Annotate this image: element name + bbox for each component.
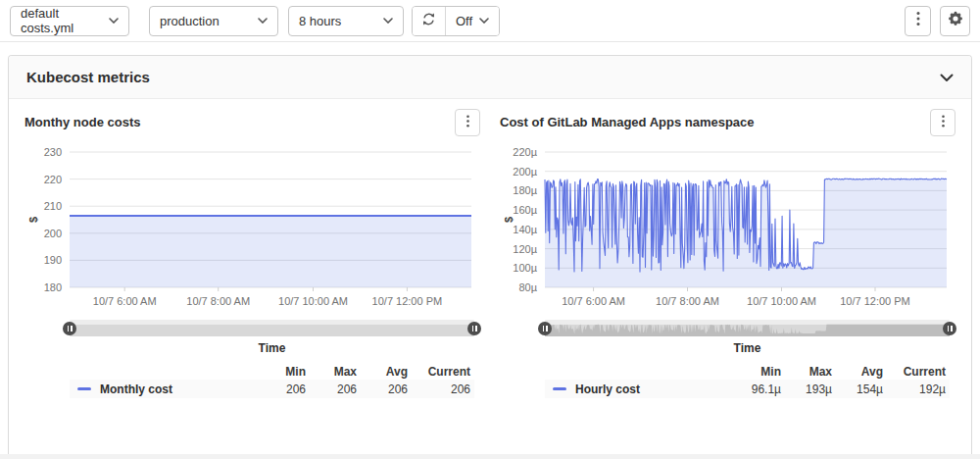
legend-header-row: Min Max Avg Current <box>70 363 474 380</box>
chart-title: Cost of GitLab Managed Apps namespace <box>500 109 755 129</box>
svg-text:100µ: 100µ <box>513 262 537 274</box>
dashboard-file-select[interactable]: default costs.yml <box>10 6 129 36</box>
series-current-value: 206 <box>408 382 470 396</box>
legend-header-current: Current <box>883 365 946 379</box>
refresh-icon <box>421 12 436 30</box>
series-avg-value: 154µ <box>832 382 883 396</box>
brush-sparkline <box>545 320 950 336</box>
legend-header-min: Min <box>730 365 781 379</box>
series-marker <box>77 387 91 390</box>
legend-header-row: Min Max Avg Current <box>545 363 950 380</box>
svg-text:10/7 12:00 PM: 10/7 12:00 PM <box>840 295 910 307</box>
chart-actions-menu-button[interactable] <box>455 109 480 136</box>
dashboard-actions-menu-button[interactable] <box>905 6 931 36</box>
chart-legend: Min Max Avg Current Monthly cost 206 206… <box>70 363 474 398</box>
kebab-menu-icon <box>466 114 469 131</box>
chart-title: Monthy node costs <box>24 109 140 129</box>
panel-header[interactable]: Kubecost metrics <box>9 56 971 99</box>
refresh-button[interactable] <box>413 7 446 35</box>
svg-text:180µ: 180µ <box>513 184 537 196</box>
chart-header: Monthy node costs <box>24 109 480 140</box>
legend-header-current: Current <box>408 365 470 379</box>
metrics-settings-button[interactable] <box>940 6 970 36</box>
svg-text:210: 210 <box>44 200 62 212</box>
chart-actions-menu-button[interactable] <box>930 109 956 136</box>
chart-header: Cost of GitLab Managed Apps namespace <box>500 109 956 140</box>
environment-select-value: production <box>160 14 220 28</box>
gear-icon <box>948 11 963 30</box>
series-min-value: 96.1µ <box>730 382 781 396</box>
time-range-brush[interactable] <box>70 320 474 336</box>
brush-handle-left[interactable] <box>63 322 76 335</box>
svg-text:180: 180 <box>44 281 62 293</box>
series-max-value: 206 <box>306 382 357 396</box>
svg-text:10/7 12:00 PM: 10/7 12:00 PM <box>372 295 443 307</box>
svg-text:$: $ <box>503 217 514 223</box>
time-range-select[interactable]: 8 hours <box>288 6 404 36</box>
chevron-down-icon <box>109 18 119 24</box>
legend-header-max: Max <box>306 365 357 379</box>
brush-handle-right[interactable] <box>467 322 481 335</box>
legend-series-name: Hourly cost <box>553 382 730 396</box>
svg-text:10/7 10:00 AM: 10/7 10:00 AM <box>278 295 348 307</box>
x-axis-title: Time <box>70 341 474 359</box>
kebab-menu-icon <box>916 11 920 30</box>
series-current-value: 192µ <box>883 382 946 396</box>
kubecost-metrics-panel: Kubecost metrics Monthy node costs 18019… <box>8 55 972 454</box>
environment-select[interactable]: production <box>149 6 278 36</box>
auto-refresh-interval-value: Off <box>456 14 472 28</box>
page-bottom-strip <box>0 454 980 459</box>
chart-legend: Min Max Avg Current Hourly cost 96.1µ 19… <box>545 363 950 398</box>
svg-text:80µ: 80µ <box>518 281 537 293</box>
svg-text:220µ: 220µ <box>513 146 537 158</box>
legend-series-name: Monthly cost <box>77 382 255 396</box>
svg-text:230: 230 <box>44 146 62 158</box>
legend-series-row[interactable]: Monthly cost 206 206 206 206 <box>70 380 474 398</box>
svg-text:120µ: 120µ <box>513 243 537 255</box>
brush-handle-left[interactable] <box>538 322 552 335</box>
dashboard-toolbar: default costs.yml production 8 hours <box>0 0 980 42</box>
legend-header-max: Max <box>781 365 832 379</box>
monthly-node-costs-chart-canvas[interactable]: 18019020021022023010/7 6:00 AM10/7 8:00 … <box>24 142 480 317</box>
panel-title: Kubecost metrics <box>26 69 150 85</box>
x-axis-title: Time <box>545 341 950 359</box>
series-avg-value: 206 <box>357 382 408 396</box>
svg-text:140µ: 140µ <box>513 224 537 235</box>
chevron-down-icon <box>479 18 489 24</box>
legend-header-avg: Avg <box>832 365 883 379</box>
series-min-value: 206 <box>255 382 306 396</box>
svg-text:160µ: 160µ <box>513 204 537 216</box>
dashboard-file-select-value: default costs.yml <box>21 6 109 35</box>
svg-text:200: 200 <box>44 228 62 239</box>
chevron-down-icon <box>383 18 393 24</box>
svg-text:220: 220 <box>44 174 62 185</box>
time-range-select-value: 8 hours <box>299 14 341 28</box>
svg-text:10/7 6:00 AM: 10/7 6:00 AM <box>562 295 625 307</box>
auto-refresh-interval-dropdown[interactable]: Off <box>446 7 499 35</box>
svg-text:200µ: 200µ <box>513 166 537 178</box>
managed-apps-cost-chart-canvas[interactable]: 80µ100µ120µ140µ160µ180µ200µ220µ10/7 6:00… <box>500 142 956 317</box>
chart-managed-apps-cost: Cost of GitLab Managed Apps namespace 80… <box>500 109 956 398</box>
svg-text:190: 190 <box>44 254 62 266</box>
collapse-chevron-icon[interactable] <box>940 69 954 86</box>
svg-text:10/7 10:00 AM: 10/7 10:00 AM <box>747 295 816 307</box>
svg-text:$: $ <box>27 217 39 223</box>
svg-text:10/7 6:00 AM: 10/7 6:00 AM <box>93 295 157 307</box>
time-range-brush[interactable] <box>545 320 950 336</box>
refresh-button-group: Off <box>412 6 500 36</box>
kebab-menu-icon <box>942 114 945 131</box>
series-marker <box>553 387 566 390</box>
legend-header-min: Min <box>255 365 306 379</box>
legend-series-row[interactable]: Hourly cost 96.1µ 193µ 154µ 192µ <box>545 380 950 398</box>
svg-text:10/7 8:00 AM: 10/7 8:00 AM <box>186 295 250 307</box>
panel-body: Monthy node costs 18019020021022023010/7… <box>9 99 971 398</box>
legend-header-avg: Avg <box>357 365 408 379</box>
chart-monthly-node-costs: Monthy node costs 18019020021022023010/7… <box>24 109 480 398</box>
svg-text:10/7 8:00 AM: 10/7 8:00 AM <box>656 295 719 307</box>
brush-handle-right[interactable] <box>943 322 956 335</box>
chevron-down-icon <box>258 18 268 24</box>
series-max-value: 193µ <box>781 382 832 396</box>
